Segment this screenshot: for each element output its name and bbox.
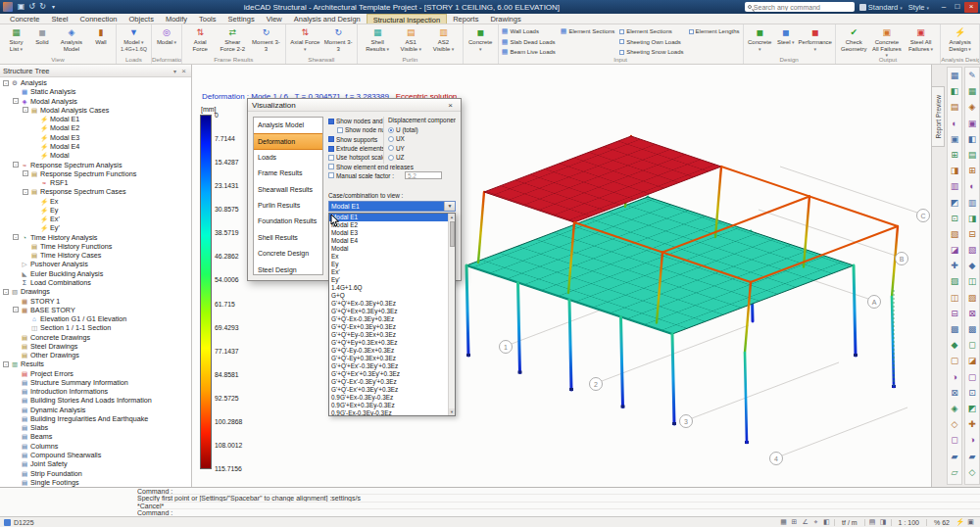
tree-node[interactable]: Columns xyxy=(0,442,191,451)
quick-access-dropdown-icon[interactable] xyxy=(48,1,59,13)
dropdown-item[interactable]: Ex xyxy=(329,253,448,261)
status-icon[interactable]: ▣ xyxy=(965,518,976,526)
dialog-nav-item[interactable]: Purlin Results xyxy=(254,198,322,214)
dropdown-item[interactable]: 1.4G+1.6Q xyxy=(329,284,448,292)
scroll-up-icon[interactable] xyxy=(449,214,455,220)
tree-node[interactable]: Structure Summary Information xyxy=(0,378,191,387)
dropdown-item[interactable]: G'+Q'+Ey+0.3Ex+0.3Ez xyxy=(329,339,448,347)
chevron-down-icon[interactable] xyxy=(171,68,179,74)
input-toggle-item[interactable]: Element Sections xyxy=(561,27,614,35)
dialog-nav-item[interactable]: Shearwall Results xyxy=(254,182,322,198)
ribbon-button[interactable]: Shell Results xyxy=(361,25,394,53)
tree-node[interactable]: Ex xyxy=(0,196,191,205)
dropdown-item[interactable]: Ex' xyxy=(329,268,448,276)
menu-tab[interactable]: Tools xyxy=(193,14,222,24)
tool-icon[interactable]: ▦ xyxy=(965,83,979,99)
tree-node[interactable]: Results xyxy=(0,359,191,368)
tool-icon[interactable]: ◻ xyxy=(948,432,961,448)
dropdown-item[interactable]: 0.9G'+Ex-0.3Ey-0.3Ez xyxy=(329,394,448,402)
dropdown-item[interactable]: Ey' xyxy=(329,276,448,284)
tool-icon[interactable]: ▰ xyxy=(965,449,979,464)
ribbon-button[interactable]: Analysis Design xyxy=(944,25,976,53)
expander-icon[interactable] xyxy=(13,307,19,312)
menu-tab[interactable]: Drawings xyxy=(484,14,526,24)
scroll-thumb[interactable] xyxy=(450,221,455,247)
tool-icon[interactable]: ◇ xyxy=(965,464,979,480)
tool-icon[interactable]: ⊡ xyxy=(948,211,961,226)
tool-icon[interactable]: ◈ xyxy=(948,401,961,416)
tree-node[interactable]: Other Drawings xyxy=(0,351,191,359)
dropdown-item[interactable]: G'+Q'-Ex+0.3Ey+0.3Ez xyxy=(329,323,448,331)
menu-tab[interactable]: View xyxy=(261,14,288,24)
tool-icon[interactable]: ⊞ xyxy=(948,147,961,163)
dropdown-item[interactable]: G'+Q'+Ex+0.3Ey+0.3Ez xyxy=(329,308,448,315)
expander-icon[interactable] xyxy=(13,234,19,240)
tool-icon[interactable]: ▧ xyxy=(965,242,979,258)
command-search-box[interactable] xyxy=(745,2,855,12)
tree-node[interactable]: Compound Shearwalls xyxy=(0,451,191,459)
status-icon[interactable]: ⌖ xyxy=(810,518,821,526)
drawing-scale-label[interactable]: 1 : 100 xyxy=(899,519,919,526)
tree-node[interactable]: Strip Foundation xyxy=(0,468,191,477)
status-icon[interactable]: ◧ xyxy=(821,518,832,526)
menu-tab[interactable]: Modify xyxy=(160,14,193,24)
menu-tab[interactable]: Steel xyxy=(45,14,74,24)
tool-icon[interactable]: ▤ xyxy=(965,147,979,163)
dropdown-item[interactable]: G'+Q'-Ey-0.3Ex+0.3Ez xyxy=(329,347,448,355)
dialog-nav-item[interactable]: Shell Results xyxy=(254,230,322,246)
tool-icon[interactable]: ◨ xyxy=(948,163,961,178)
tool-icon[interactable]: ▰ xyxy=(948,449,961,464)
checkbox[interactable] xyxy=(619,50,624,55)
ribbon-button[interactable]: Wall xyxy=(89,25,113,53)
input-checkbox-item[interactable]: Sheeting Own Loads xyxy=(619,38,683,46)
case-combo-box[interactable]: Modal E1 xyxy=(328,201,456,212)
tool-icon[interactable]: ◐ xyxy=(965,178,979,194)
tree-node[interactable]: Time History Analysis xyxy=(0,233,191,242)
dropdown-item[interactable]: Modal E4 xyxy=(329,237,448,245)
tool-icon[interactable]: ◫ xyxy=(948,290,961,306)
model-viewport[interactable]: Deformation : Mode 1 / 6 . T = 0.304571,… xyxy=(192,65,931,487)
status-icon[interactable]: ▤ xyxy=(867,518,878,526)
dropdown-item[interactable]: Modal E2 xyxy=(329,221,448,229)
tool-icon[interactable]: ◐ xyxy=(948,116,961,131)
tool-icon[interactable]: ▦ xyxy=(948,68,961,83)
close-button[interactable] xyxy=(964,2,978,13)
tree-node[interactable]: Ex' xyxy=(0,215,191,223)
tree-node[interactable]: STORY 1 xyxy=(0,296,191,305)
undo-icon[interactable] xyxy=(26,1,37,13)
report-preview-tab[interactable]: Report Preview xyxy=(932,86,945,147)
close-icon[interactable] xyxy=(179,67,188,75)
tool-icon[interactable]: ▢ xyxy=(948,353,961,368)
ribbon-button[interactable]: Concrete xyxy=(747,25,773,53)
ribbon-button[interactable]: Moment 3-3 xyxy=(322,25,354,53)
ribbon-button[interactable]: Solid xyxy=(30,25,54,53)
combo-dropdown-arrow-icon[interactable] xyxy=(444,202,455,211)
tool-icon[interactable]: ▨ xyxy=(965,290,979,306)
zoom-level-label[interactable]: % 62 xyxy=(934,519,950,526)
dropdown-item[interactable]: G'+Q'+Ex'-0.3Ey'+0.3Ez xyxy=(329,362,448,370)
tool-icon[interactable]: ◑ xyxy=(948,369,961,385)
ribbon-button[interactable]: Performance xyxy=(799,25,832,53)
checkbox[interactable] xyxy=(619,39,624,44)
status-icon[interactable]: ▦ xyxy=(778,518,789,526)
ribbon-button[interactable]: AS1 Visible xyxy=(395,25,426,53)
tool-icon[interactable]: ◑ xyxy=(965,432,979,448)
tree-node[interactable]: Introduction Informations xyxy=(0,387,191,396)
tree-node[interactable]: Static Analysis xyxy=(0,87,191,96)
command-panel[interactable]: Command :Specify first point or [Setting… xyxy=(0,487,980,516)
dropdown-item[interactable]: G'+Q'+Ex-0.3Ey+0.3Ez xyxy=(329,300,448,308)
dropdown-item[interactable]: Ey xyxy=(329,261,448,268)
tree-node[interactable]: Modal Analysis Cases xyxy=(0,106,191,115)
tool-icon[interactable]: ⊠ xyxy=(965,306,979,321)
dropdown-item[interactable]: 0.9G'+Ex+0.3Ey-0.3Ez xyxy=(329,402,448,409)
menu-tab[interactable]: Analysis and Design xyxy=(288,14,367,24)
tool-icon[interactable]: ◆ xyxy=(965,258,979,273)
dropdown-item[interactable]: G'+Q'-Ey+0.3Ex+0.3Ez xyxy=(329,355,448,362)
tool-icon[interactable]: ✚ xyxy=(948,258,961,273)
tree-node[interactable]: Drawings xyxy=(0,287,191,296)
tree-node[interactable]: Building Stories And Loads Information xyxy=(0,396,191,405)
tree-node[interactable]: Concrete Drawings xyxy=(0,332,191,341)
dialog-nav-item[interactable]: Concrete Design xyxy=(254,246,322,262)
tree-node[interactable]: Slabs xyxy=(0,423,191,432)
tree-node[interactable]: Elevation G1 / G1 Elevation xyxy=(0,314,191,323)
